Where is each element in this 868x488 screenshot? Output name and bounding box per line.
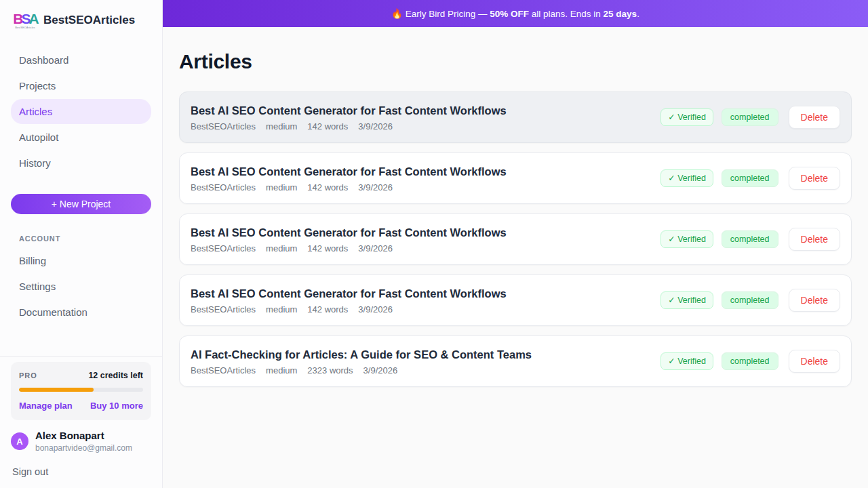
article-card[interactable]: Best AI SEO Content Generator for Fast C…: [179, 152, 852, 204]
article-meta: BestSEOArticlesmedium2323 words3/9/2026: [191, 365, 532, 375]
user-info: Alex Bonapart bonapartvideo@gmail.com: [35, 430, 132, 453]
article-date: 3/9/2026: [358, 304, 393, 314]
sidebar-item-articles[interactable]: Articles: [11, 99, 151, 124]
status-badge: completed: [722, 230, 778, 248]
main-area: 🔥 Early Bird Pricing — 50% OFF all plans…: [163, 0, 868, 488]
sidebar: BSA BestSEOArticles BestSEOArticles Dash…: [0, 0, 163, 488]
article-difficulty: medium: [266, 182, 297, 192]
sidebar-item-autopilot[interactable]: Autopilot: [11, 125, 151, 150]
article-word-count: 142 words: [307, 121, 348, 131]
article-actions: ✓ VerifiedcompletedDelete: [660, 289, 840, 312]
user-profile: A Alex Bonapart bonapartvideo@gmail.com: [11, 430, 151, 453]
article-date: 3/9/2026: [363, 365, 398, 375]
verified-badge: ✓ Verified: [660, 291, 713, 309]
article-word-count: 142 words: [307, 182, 348, 192]
article-meta: BestSEOArticlesmedium142 words3/9/2026: [191, 304, 507, 314]
app-logo-icon: BSA BestSEOArticles: [14, 9, 37, 31]
article-date: 3/9/2026: [358, 121, 393, 131]
credits-progress-fill: [19, 388, 94, 392]
article-meta: BestSEOArticlesmedium142 words3/9/2026: [191, 243, 507, 253]
article-title: Best AI SEO Content Generator for Fast C…: [191, 104, 507, 118]
logo-subtext: BestSEOArticles: [15, 26, 35, 29]
article-title: Best AI SEO Content Generator for Fast C…: [191, 165, 507, 179]
delete-button[interactable]: Delete: [789, 228, 840, 251]
article-info: Best AI SEO Content Generator for Fast C…: [191, 287, 507, 314]
sidebar-item-billing[interactable]: Billing: [11, 248, 151, 273]
article-actions: ✓ VerifiedcompletedDelete: [660, 106, 840, 129]
status-badge: completed: [722, 352, 778, 370]
buy-more-link[interactable]: Buy 10 more: [90, 401, 143, 411]
delete-button[interactable]: Delete: [789, 350, 840, 373]
article-actions: ✓ VerifiedcompletedDelete: [660, 350, 840, 373]
delete-button[interactable]: Delete: [789, 289, 840, 312]
plan-name: PRO: [19, 371, 37, 380]
sidebar-divider: [0, 356, 162, 357]
sidebar-item-projects[interactable]: Projects: [11, 73, 151, 98]
logo-letters: BSA: [13, 12, 37, 26]
user-name: Alex Bonapart: [35, 430, 132, 442]
content: Articles Best AI SEO Content Generator f…: [163, 27, 868, 387]
plan-card: PRO 12 credits left Manage plan Buy 10 m…: [11, 362, 151, 420]
article-difficulty: medium: [266, 304, 297, 314]
article-title: Best AI SEO Content Generator for Fast C…: [191, 287, 507, 301]
sidebar-nav: DashboardProjectsArticlesAutopilotHistor…: [11, 47, 151, 176]
sidebar-item-settings[interactable]: Settings: [11, 274, 151, 299]
article-word-count: 142 words: [307, 304, 348, 314]
delete-button[interactable]: Delete: [789, 167, 840, 190]
sign-out-link[interactable]: Sign out: [11, 466, 151, 477]
article-title: AI Fact-Checking for Articles: A Guide f…: [191, 348, 532, 362]
article-project: BestSEOArticles: [191, 121, 256, 131]
article-project: BestSEOArticles: [191, 243, 256, 253]
article-info: Best AI SEO Content Generator for Fast C…: [191, 165, 507, 192]
status-badge: completed: [722, 108, 778, 126]
verified-badge: ✓ Verified: [660, 352, 713, 370]
app-logo-row: BSA BestSEOArticles BestSEOArticles: [11, 9, 151, 31]
fire-icon: 🔥: [391, 8, 403, 19]
account-section-label: ACCOUNT: [11, 235, 151, 243]
user-email: bonapartvideo@gmail.com: [35, 443, 132, 453]
article-card[interactable]: Best AI SEO Content Generator for Fast C…: [179, 92, 852, 143]
account-nav: BillingSettingsDocumentation: [11, 248, 151, 325]
status-badge: completed: [722, 291, 778, 309]
article-card[interactable]: Best AI SEO Content Generator for Fast C…: [179, 214, 852, 265]
article-project: BestSEOArticles: [191, 365, 256, 375]
banner-text: .: [637, 9, 639, 19]
app-title: BestSEOArticles: [43, 14, 135, 27]
article-list: Best AI SEO Content Generator for Fast C…: [179, 92, 852, 387]
article-card[interactable]: AI Fact-Checking for Articles: A Guide f…: [179, 336, 852, 387]
article-title: Best AI SEO Content Generator for Fast C…: [191, 226, 507, 240]
banner-text: all plans. Ends in: [529, 9, 604, 19]
banner-countdown: 25 days: [604, 9, 637, 19]
article-difficulty: medium: [266, 365, 297, 375]
page-title: Articles: [179, 49, 852, 74]
article-actions: ✓ VerifiedcompletedDelete: [660, 228, 840, 251]
sidebar-spacer: [11, 325, 151, 356]
sidebar-item-history[interactable]: History: [11, 150, 151, 176]
credits-progress-track: [19, 388, 143, 392]
sidebar-item-documentation[interactable]: Documentation: [11, 300, 151, 325]
article-project: BestSEOArticles: [191, 182, 256, 192]
sidebar-item-dashboard[interactable]: Dashboard: [11, 47, 151, 73]
article-actions: ✓ VerifiedcompletedDelete: [660, 167, 840, 190]
article-word-count: 2323 words: [307, 365, 353, 375]
new-project-button[interactable]: + New Project: [11, 194, 151, 214]
status-badge: completed: [722, 169, 778, 187]
banner-discount: 50% OFF: [490, 9, 529, 19]
article-meta: BestSEOArticlesmedium142 words3/9/2026: [191, 182, 507, 192]
article-difficulty: medium: [266, 121, 297, 131]
promo-banner: 🔥 Early Bird Pricing — 50% OFF all plans…: [163, 0, 868, 27]
article-word-count: 142 words: [307, 243, 348, 253]
article-card[interactable]: Best AI SEO Content Generator for Fast C…: [179, 274, 852, 326]
article-info: Best AI SEO Content Generator for Fast C…: [191, 104, 507, 131]
article-meta: BestSEOArticlesmedium142 words3/9/2026: [191, 121, 507, 131]
article-info: AI Fact-Checking for Articles: A Guide f…: [191, 348, 532, 375]
article-difficulty: medium: [266, 243, 297, 253]
article-project: BestSEOArticles: [191, 304, 256, 314]
article-date: 3/9/2026: [358, 182, 393, 192]
article-date: 3/9/2026: [358, 243, 393, 253]
manage-plan-link[interactable]: Manage plan: [19, 401, 73, 411]
delete-button[interactable]: Delete: [789, 106, 840, 129]
user-avatar: A: [11, 432, 28, 450]
verified-badge: ✓ Verified: [660, 108, 713, 126]
verified-badge: ✓ Verified: [660, 230, 713, 248]
